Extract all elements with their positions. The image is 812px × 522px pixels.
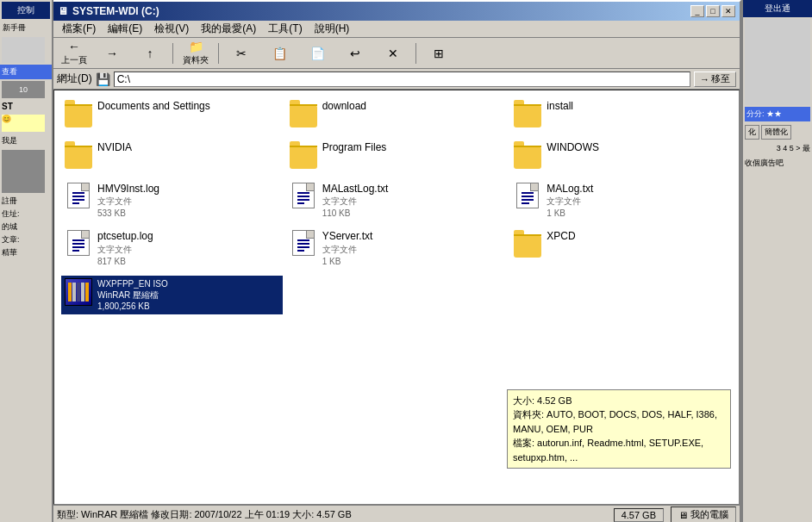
right-pagination: 3 4 5 > 最 <box>743 141 812 156</box>
file-type: 文字文件 <box>97 196 159 208</box>
file-name: WXPFPP_EN ISOWinRAR 壓縮檔1,800,256 KB <box>97 278 168 312</box>
go-button[interactable]: → 移至 <box>694 71 736 87</box>
folder-file-icon <box>65 100 92 127</box>
file-info: Documents and Settings <box>97 100 210 112</box>
browser-area: Documents and Settings download install … <box>53 90 740 505</box>
cut-button[interactable]: ✂ <box>224 40 259 66</box>
back-label: 上一頁 <box>61 54 87 66</box>
right-logout[interactable]: 登出通 <box>743 0 812 17</box>
file-info: ptcsetup.log文字文件817 KB <box>97 230 153 265</box>
up-button[interactable]: ↑ <box>133 40 167 66</box>
menu-view[interactable]: 檢視(V) <box>149 21 194 37</box>
copy-button[interactable]: 📋 <box>262 40 297 66</box>
file-item[interactable]: HMV9Inst.log文字文件533 KB <box>61 180 283 221</box>
txt-file-icon <box>290 230 317 258</box>
close-button[interactable]: ✕ <box>721 5 735 17</box>
file-info: XPCD <box>547 230 575 242</box>
right-rating: 分分: ★★ <box>745 107 810 121</box>
delete-button[interactable]: ✕ <box>376 40 410 66</box>
file-item[interactable]: WXPFPP_EN ISOWinRAR 壓縮檔1,800,256 KB <box>61 276 283 314</box>
menu-edit[interactable]: 編輯(E) <box>103 21 147 37</box>
address-drive-icon: 💾 <box>96 72 110 86</box>
paste-button[interactable]: 📄 <box>300 40 334 66</box>
up-icon: ↑ <box>147 47 153 60</box>
file-info: YServer.txt文字文件1 KB <box>322 230 373 265</box>
info-folders: 資料夾: AUTO, BOOT, DOCS, DOS, HALF, I386, … <box>513 407 725 436</box>
file-item[interactable]: ptcsetup.log文字文件817 KB <box>61 227 283 268</box>
info-panel: 大小: 4.52 GB 資料夾: AUTO, BOOT, DOCS, DOS, … <box>507 389 731 469</box>
file-name: download <box>322 100 366 112</box>
folder-file-icon <box>514 141 541 169</box>
left-search[interactable]: 查看 <box>0 65 52 79</box>
file-item[interactable]: Program Files <box>286 139 508 173</box>
simp-chinese-btn[interactable]: 簡體化 <box>761 125 791 140</box>
file-info: NVIDIA <box>97 141 132 153</box>
file-item[interactable]: MALastLog.txt文字文件110 KB <box>286 180 508 221</box>
folder-button[interactable]: 📁 資料夾 <box>178 40 213 66</box>
undo-button[interactable]: ↩ <box>338 40 372 66</box>
file-item[interactable]: WINDOWS <box>510 139 732 173</box>
computer-label: 我的電腦 <box>690 508 728 521</box>
minimize-button[interactable]: _ <box>690 5 704 17</box>
trad-chinese-btn[interactable]: 化 <box>745 125 759 140</box>
menu-tools[interactable]: 工具(T) <box>263 21 307 37</box>
file-name: Program Files <box>322 141 387 153</box>
file-item[interactable]: install <box>510 97 732 132</box>
file-info: WXPFPP_EN ISOWinRAR 壓縮檔1,800,256 KB <box>97 278 168 312</box>
computer-icon: 🖥 <box>678 510 688 520</box>
views-button[interactable]: ⊞ <box>422 40 456 66</box>
file-name: Documents and Settings <box>97 100 210 112</box>
file-item[interactable]: XPCD <box>510 227 732 268</box>
title-bar-left: 🖥 SYSTEM-WDI (C:) <box>58 5 159 17</box>
file-type: 文字文件 <box>97 244 153 256</box>
file-item[interactable]: MALog.txt文字文件1 KB <box>510 180 732 221</box>
file-name: install <box>547 100 573 112</box>
address-label: 網址(D) <box>57 71 92 86</box>
toolbar-separator-3 <box>415 43 416 64</box>
file-info: MALastLog.txt文字文件110 KB <box>322 183 389 218</box>
rar-file-icon <box>65 278 92 306</box>
file-type: 文字文件 <box>547 196 593 208</box>
paste-icon: 📄 <box>310 47 325 60</box>
file-area: Documents and Settings download install … <box>53 90 740 505</box>
right-lang-btns: 化 簡體化 <box>743 123 812 141</box>
go-arrow-icon: → <box>700 74 709 84</box>
right-ad: 收個廣告吧 <box>743 156 812 171</box>
back-button[interactable]: ← 上一頁 <box>57 40 91 66</box>
file-item[interactable]: download <box>286 97 508 132</box>
menu-help[interactable]: 說明(H) <box>309 21 355 37</box>
left-note-3: 的城 <box>0 221 52 233</box>
address-input[interactable] <box>114 71 690 87</box>
file-size: 817 KB <box>97 257 153 266</box>
toolbar-separator-2 <box>218 43 219 64</box>
left-st-label: ST <box>0 100 52 113</box>
file-name: YServer.txt <box>322 230 373 242</box>
right-sidebar: 登出通 分分: ★★ 化 簡體化 3 4 5 > 最 收個廣告吧 <box>741 0 812 522</box>
left-counter: 10 <box>2 81 45 98</box>
status-computer: 🖥 我的電腦 <box>671 506 736 522</box>
menu-favorites[interactable]: 我的最愛(A) <box>196 21 261 37</box>
maximize-button[interactable]: □ <box>706 5 720 17</box>
window-icon: 🖥 <box>58 5 68 17</box>
file-item[interactable]: NVIDIA <box>61 139 283 173</box>
left-photo <box>2 150 45 193</box>
back-icon: ← <box>68 40 80 53</box>
file-name: NVIDIA <box>97 141 132 153</box>
txt-file-icon <box>514 183 541 210</box>
left-new-hand[interactable]: 新手冊 <box>0 21 52 35</box>
left-thumb <box>2 37 45 63</box>
info-size: 大小: 4.52 GB <box>513 394 725 408</box>
txt-file-icon <box>65 183 92 210</box>
left-note-2: 住址: <box>0 208 52 221</box>
file-item[interactable]: YServer.txt文字文件1 KB <box>286 227 508 268</box>
undo-icon: ↩ <box>350 47 360 60</box>
file-size: 533 KB <box>97 208 159 218</box>
file-name: HMV9Inst.log <box>97 183 159 195</box>
menu-file[interactable]: 檔案(F) <box>57 21 101 37</box>
file-size: 110 KB <box>322 208 389 218</box>
left-panel-header: 控制 <box>2 2 50 19</box>
file-size: 1 KB <box>322 257 373 266</box>
explorer-window: 🖥 SYSTEM-WDI (C:) _ □ ✕ 檔案(F) 編輯(E) 檢視(V… <box>52 0 741 522</box>
file-item[interactable]: Documents and Settings <box>61 97 283 132</box>
forward-button[interactable]: → <box>95 40 129 66</box>
